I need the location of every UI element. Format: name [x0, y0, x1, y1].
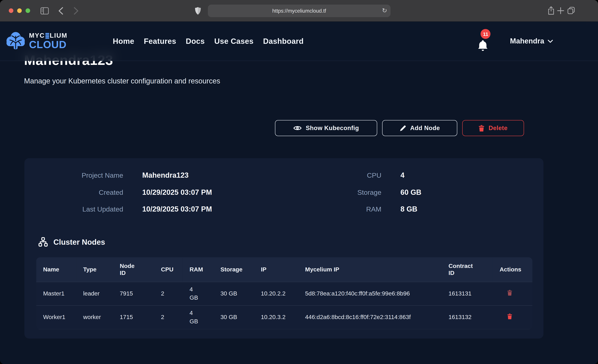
- mycelium-logo-icon: [6, 32, 25, 51]
- notifications-button[interactable]: 11: [478, 31, 489, 52]
- show-kubeconfig-button[interactable]: Show Kubeconfig: [275, 120, 377, 136]
- sidebar-toggle-icon[interactable]: [41, 7, 49, 15]
- trash-icon: [479, 125, 484, 131]
- nav-item-use-cases[interactable]: Use Cases: [214, 37, 254, 46]
- webpage: Mahendra123 Manage your Kubernetes clust…: [0, 22, 598, 364]
- col-storage: Storage: [214, 257, 254, 282]
- last-updated-value: 10/29/2025 03:07 PM: [142, 205, 212, 214]
- cluster-nodes-header: Cluster Nodes: [38, 237, 105, 247]
- minimize-window-button[interactable]: [17, 8, 22, 13]
- delete-node-button[interactable]: [506, 289, 514, 297]
- sitemap-icon: [38, 237, 48, 247]
- col-contract-id: Contract ID: [442, 257, 493, 282]
- trash-icon: [507, 290, 512, 296]
- cpu-label: CPU: [292, 171, 382, 179]
- url-text: https://myceliumcloud.tf: [272, 8, 326, 14]
- nav-item-docs[interactable]: Docs: [186, 37, 205, 46]
- tabs-overview-icon[interactable]: [567, 7, 575, 14]
- new-tab-plus-icon[interactable]: [557, 7, 564, 14]
- storage-label: Storage: [292, 189, 382, 196]
- privacy-shield-icon[interactable]: [195, 7, 201, 15]
- cluster-actions: Show Kubeconfig Add Node Delete: [275, 120, 524, 136]
- user-menu[interactable]: Mahendra: [510, 37, 553, 45]
- col-cpu: CPU: [154, 257, 183, 282]
- back-button-icon[interactable]: [58, 7, 63, 15]
- logo-wordmark-top: MYC LIUM: [29, 32, 67, 39]
- trash-icon: [507, 313, 512, 319]
- page-subtitle: Manage your Kubernetes cluster configura…: [24, 77, 220, 85]
- nav-item-dashboard[interactable]: Dashboard: [263, 37, 304, 46]
- logo[interactable]: MYC LIUM CLOUD: [6, 32, 67, 51]
- col-node-id: Node ID: [113, 257, 154, 282]
- col-ip: IP: [254, 257, 298, 282]
- created-value: 10/29/2025 03:07 PM: [142, 188, 212, 197]
- nodes-table: Name Type Node ID CPU RAM Storage IP Myc…: [36, 257, 532, 329]
- cpu-value: 4: [400, 171, 405, 180]
- safari-window: https://myceliumcloud.tf ↻ Mahendra123 M…: [0, 0, 598, 364]
- site-navbar: MYC LIUM CLOUD Home Features Docs Use Ca…: [0, 22, 598, 61]
- eye-icon: [293, 125, 302, 131]
- add-node-button[interactable]: Add Node: [382, 120, 457, 136]
- bell-icon: [478, 40, 488, 51]
- col-mycelium-ip: Mycelium IP: [298, 257, 442, 282]
- nav-item-home[interactable]: Home: [113, 37, 134, 46]
- last-updated-label: Last Updated: [33, 205, 123, 213]
- notification-count-badge: 11: [481, 29, 491, 39]
- project-name-value: Mahendra123: [142, 171, 189, 180]
- main-nav: Home Features Docs Use Cases Dashboard: [113, 37, 304, 46]
- address-bar[interactable]: https://myceliumcloud.tf ↻: [208, 5, 390, 17]
- ram-value: 8 GB: [400, 205, 417, 214]
- forward-button-icon[interactable]: [74, 7, 78, 15]
- col-ram: RAM: [183, 257, 214, 282]
- logo-wordmark-bottom: CLOUD: [29, 40, 67, 50]
- delete-node-button[interactable]: [506, 313, 514, 320]
- col-actions: Actions: [493, 257, 532, 282]
- cluster-details-card: Project NameMahendra123 Created10/29/202…: [25, 158, 543, 339]
- share-icon[interactable]: [548, 6, 555, 15]
- pencil-icon: [399, 125, 406, 131]
- nav-item-features[interactable]: Features: [144, 37, 176, 46]
- close-window-button[interactable]: [9, 8, 13, 13]
- storage-value: 60 GB: [400, 188, 421, 197]
- col-name: Name: [36, 257, 76, 282]
- col-type: Type: [76, 257, 113, 282]
- table-row: Worker1 worker 1715 2 4 GB 30 GB 10.20.3…: [36, 306, 532, 329]
- user-name: Mahendra: [510, 37, 544, 45]
- delete-cluster-button[interactable]: Delete: [462, 120, 524, 136]
- ram-label: RAM: [292, 205, 382, 213]
- screenshot-root: https://myceliumcloud.tf ↻ Mahendra123 M…: [0, 0, 598, 364]
- cluster-nodes-title: Cluster Nodes: [53, 238, 105, 247]
- chevron-down-icon: [548, 40, 553, 43]
- browser-toolbar: https://myceliumcloud.tf ↻: [0, 0, 598, 22]
- table-header-row: Name Type Node ID CPU RAM Storage IP Myc…: [36, 257, 532, 282]
- zoom-window-button[interactable]: [25, 8, 30, 13]
- project-name-label: Project Name: [33, 171, 123, 179]
- reload-icon[interactable]: ↻: [382, 7, 387, 15]
- created-label: Created: [33, 189, 123, 196]
- table-row: Master1 leader 7915 2 4 GB 30 GB 10.20.2…: [36, 282, 532, 305]
- logo-e-icon: [45, 33, 49, 39]
